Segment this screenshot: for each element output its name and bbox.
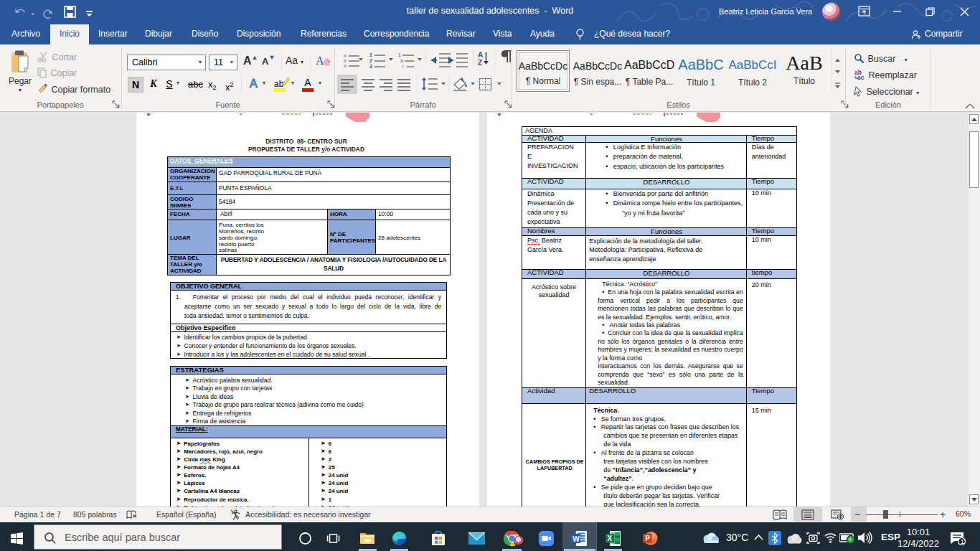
svg-text:1: 1 — [369, 52, 372, 57]
svg-text:a: a — [400, 58, 403, 63]
svg-text:X: X — [608, 534, 613, 542]
svg-text:A: A — [478, 51, 483, 59]
svg-text:A: A — [316, 55, 324, 67]
svg-text:i: i — [402, 64, 403, 69]
svg-text:W: W — [573, 534, 580, 543]
svg-text:P: P — [645, 534, 650, 542]
svg-text:1: 1 — [398, 52, 401, 57]
svg-text:3: 3 — [369, 64, 372, 69]
svg-text:ac: ac — [857, 74, 864, 80]
svg-text:1: 1 — [961, 537, 964, 545]
svg-text:2: 2 — [369, 58, 372, 63]
svg-text:Z: Z — [478, 59, 482, 67]
